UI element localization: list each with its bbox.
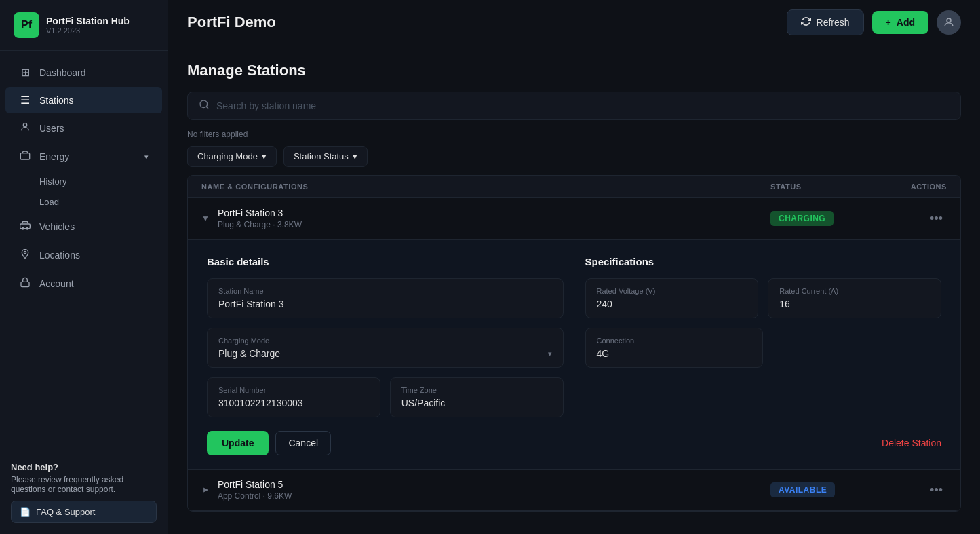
col-actions: ACTIONS xyxy=(879,183,947,191)
station-detail-3: Basic details Station Name PortFi Statio… xyxy=(188,239,960,469)
status-cell-5: AVAILABLE xyxy=(770,482,879,497)
station-info-5: PortFi Station 5 App Control · 9.6KW xyxy=(218,479,292,501)
charging-mode-value-wrap: Plug & Charge ▾ xyxy=(218,348,552,359)
station-name-label: Station Name xyxy=(218,287,552,295)
sidebar-item-account[interactable]: Account xyxy=(5,270,162,297)
sidebar-logo: Pf PortFi Station Hub V1.2 2023 xyxy=(0,0,168,51)
status-badge: CHARGING xyxy=(770,211,834,226)
sidebar-item-users[interactable]: Users xyxy=(5,115,162,142)
station-actions-menu[interactable]: ••• xyxy=(926,210,947,227)
svg-rect-6 xyxy=(21,282,29,286)
user-avatar[interactable] xyxy=(937,10,961,35)
charging-mode-filter[interactable]: Charging Mode ▾ xyxy=(187,146,277,167)
help-text: Please review frequently asked questions… xyxy=(11,475,123,494)
sidebar-item-locations[interactable]: Locations xyxy=(5,242,162,269)
spec-fields: Rated Voltage (V) 240 Rated Current (A) … xyxy=(585,278,942,368)
content-area: Manage Stations No filters applied Charg… xyxy=(168,45,980,534)
sidebar-item-label: Stations xyxy=(39,95,74,106)
refresh-button[interactable]: Refresh xyxy=(787,9,864,35)
no-filters-label: No filters applied xyxy=(187,130,961,139)
faq-label: FAQ & Support xyxy=(36,507,95,517)
specifications-section: Specifications Rated Voltage (V) 240 Rat… xyxy=(585,256,942,417)
status-badge-5: AVAILABLE xyxy=(770,482,835,497)
station-row-main-5[interactable]: ▼ PortFi Station 5 App Control · 9.6KW A… xyxy=(188,470,960,510)
nav-items: ⊞ Dashboard ☰ Stations Users Energy ▾ Hi… xyxy=(0,51,168,451)
sidebar-item-label: Vehicles xyxy=(39,221,75,232)
serial-label: Serial Number xyxy=(218,386,369,394)
search-input[interactable] xyxy=(216,100,949,111)
cancel-button[interactable]: Cancel xyxy=(275,431,331,455)
station-row-5: ▼ PortFi Station 5 App Control · 9.6KW A… xyxy=(188,470,960,511)
app-version: V1.2 2023 xyxy=(46,26,130,35)
refresh-icon xyxy=(801,16,811,28)
rated-voltage-label: Rated Voltage (V) xyxy=(597,287,747,295)
svg-rect-2 xyxy=(20,224,31,229)
app-logo-icon: Pf xyxy=(14,12,39,38)
rated-current-field: Rated Current (A) 16 xyxy=(768,278,941,318)
station-name-field: Station Name PortFi Station 3 xyxy=(207,278,564,318)
vehicles-icon xyxy=(19,220,31,233)
timezone-value: US/Pacific xyxy=(401,398,446,408)
voltage-current-row: Rated Voltage (V) 240 Rated Current (A) … xyxy=(585,278,942,318)
faq-support-button[interactable]: 📄 FAQ & Support xyxy=(11,501,157,523)
help-title: Need help? xyxy=(11,462,157,472)
rated-voltage-field: Rated Voltage (V) 240 xyxy=(585,278,759,318)
expand-chevron-icon: ▼ xyxy=(201,214,210,223)
delete-station-button[interactable]: Delete Station xyxy=(882,438,941,449)
svg-point-0 xyxy=(23,123,26,127)
manage-stations-title: Manage Stations xyxy=(187,62,961,79)
sidebar-item-stations[interactable]: ☰ Stations xyxy=(5,87,162,113)
connection-field: Connection 4G xyxy=(585,328,764,368)
logo-text: PortFi Station Hub V1.2 2023 xyxy=(46,16,130,35)
sidebar-item-vehicles[interactable]: Vehicles xyxy=(5,213,162,240)
detail-actions-left: Update Cancel xyxy=(207,431,331,455)
svg-rect-1 xyxy=(20,153,29,159)
station-sub: Plug & Charge · 3.8KW xyxy=(218,220,302,229)
update-button[interactable]: Update xyxy=(207,431,269,455)
sidebar-item-dashboard[interactable]: ⊞ Dashboard xyxy=(5,59,162,85)
station-name-wrap: ▼ PortFi Station 3 Plug & Charge · 3.8KW xyxy=(201,208,770,229)
table-header: NAME & CONFIGURATIONS STATUS ACTIONS xyxy=(188,176,960,198)
svg-point-8 xyxy=(200,100,208,108)
add-button[interactable]: + Add xyxy=(872,11,928,34)
faq-icon: 📄 xyxy=(20,507,31,517)
dashboard-icon: ⊞ xyxy=(19,66,31,79)
station-name-value: PortFi Station 3 xyxy=(218,299,552,309)
dropdown-arrow-icon: ▾ xyxy=(548,349,552,358)
col-name: NAME & CONFIGURATIONS xyxy=(201,183,770,191)
status-cell: CHARGING xyxy=(770,211,879,226)
actions-cell: ••• xyxy=(879,210,947,227)
station-name-wrap-5: ▼ PortFi Station 5 App Control · 9.6KW xyxy=(201,479,770,501)
station-row-3: ▼ PortFi Station 3 Plug & Charge · 3.8KW… xyxy=(188,198,960,470)
sidebar-item-history[interactable]: History xyxy=(26,172,162,191)
station-row-main-3[interactable]: ▼ PortFi Station 3 Plug & Charge · 3.8KW… xyxy=(188,198,960,239)
svg-point-5 xyxy=(24,251,26,253)
page-title: PortFi Demo xyxy=(187,14,276,31)
detail-sections: Basic details Station Name PortFi Statio… xyxy=(207,256,941,417)
rated-current-label: Rated Current (A) xyxy=(779,287,930,295)
sidebar-item-load[interactable]: Load xyxy=(26,192,162,212)
add-icon: + xyxy=(886,17,891,28)
timezone-field[interactable]: Time Zone US/Pacific xyxy=(390,377,564,417)
connection-value: 4G xyxy=(597,348,752,359)
serial-value: 3100102212130003 xyxy=(218,398,369,408)
sidebar-item-energy[interactable]: Energy ▾ xyxy=(5,143,162,170)
locations-icon xyxy=(19,248,31,262)
station-status-filter[interactable]: Station Status ▾ xyxy=(283,146,368,167)
sidebar-item-label: History xyxy=(39,176,66,187)
basic-details-section: Basic details Station Name PortFi Statio… xyxy=(207,256,564,417)
charging-mode-field[interactable]: Charging Mode Plug & Charge ▾ xyxy=(207,328,564,368)
station-actions-menu-5[interactable]: ••• xyxy=(926,482,947,499)
charging-mode-label: Charging Mode xyxy=(197,151,258,161)
chevron-down-icon: ▾ xyxy=(353,151,357,161)
timezone-value-wrap: US/Pacific xyxy=(401,398,552,408)
station-name: PortFi Station 3 xyxy=(218,208,302,218)
connection-label: Connection xyxy=(597,337,752,345)
charging-mode-value: Plug & Charge xyxy=(218,348,280,359)
basic-fields: Station Name PortFi Station 3 Charging M… xyxy=(207,278,564,417)
actions-cell-5: ••• xyxy=(879,482,947,499)
sidebar: Pf PortFi Station Hub V1.2 2023 ⊞ Dashbo… xyxy=(0,0,168,534)
search-bar xyxy=(187,92,961,120)
topbar-right: Refresh + Add xyxy=(787,9,961,35)
help-section: Need help? Please review frequently aske… xyxy=(11,462,157,494)
